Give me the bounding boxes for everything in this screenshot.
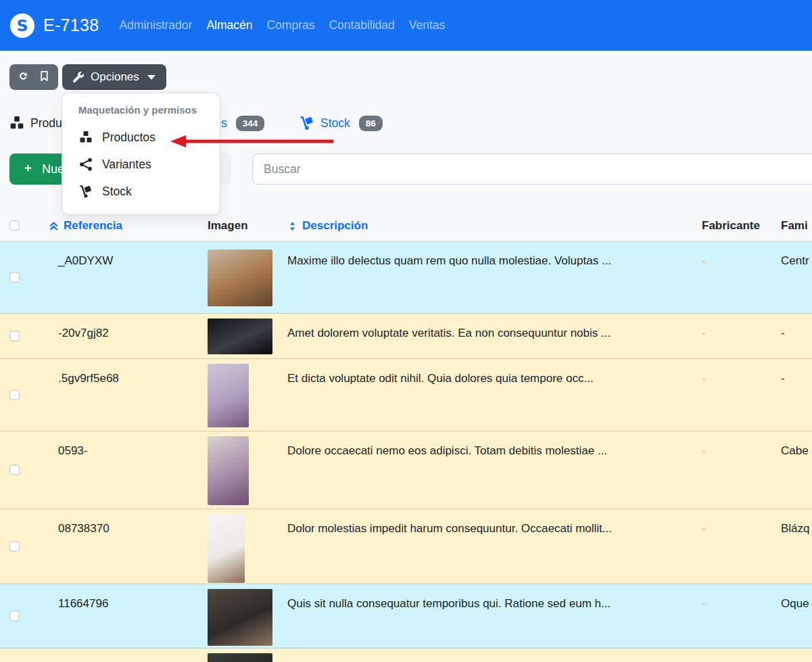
plus-icon — [23, 162, 33, 176]
row-checkbox[interactable] — [9, 331, 20, 341]
table-row[interactable]: 11664796 Quis sit nulla consequatur temp… — [0, 584, 812, 648]
row-checkbox[interactable] — [9, 273, 20, 283]
cell-description: Et dicta voluptate odit nihil. Quia dolo… — [287, 372, 594, 385]
cubes-icon — [78, 131, 93, 144]
app-title: E-7138 — [43, 16, 99, 35]
dark-photo — [208, 653, 272, 662]
cell-family: Blázq — [781, 522, 810, 536]
sort-icon — [287, 221, 297, 231]
cell-description: Dolore occaecati nemo eos adipisci. Tota… — [287, 444, 607, 458]
svg-text:S: S — [16, 16, 28, 35]
table-row[interactable]: 0593- Dolore occaecati nemo eos adipisci… — [0, 431, 812, 509]
menu-item-stock[interactable]: Stock — [62, 178, 220, 205]
cell-reference: 11664796 — [58, 597, 108, 611]
cell-family: Cabe — [781, 444, 809, 458]
cell-reference: 0593- — [58, 444, 87, 458]
nav-item-compras[interactable]: Compras — [266, 18, 314, 32]
table-row[interactable] — [0, 648, 812, 662]
caret-down-icon — [147, 75, 156, 80]
select-all-checkbox[interactable] — [9, 220, 20, 231]
cell-manufacturer: - — [702, 597, 706, 611]
cell-reference: _A0DYXW — [58, 254, 113, 268]
cell-reference: 08738370 — [58, 522, 110, 536]
laptop-photo — [208, 318, 272, 354]
cell-description: Dolor molestias impedit harum consequunt… — [287, 522, 612, 536]
cubes-icon — [9, 116, 24, 131]
table-row[interactable]: -20v7gj82 Amet dolorem voluptate veritat… — [0, 314, 812, 359]
table-row[interactable]: .5gv9rf5e68 Et dicta voluptate odit nihi… — [0, 359, 812, 431]
main-menu: AdministradorAlmacénComprasContabilidadV… — [119, 18, 459, 32]
cell-description: Maxime illo delectus quam rem quo nulla … — [287, 254, 611, 268]
share-nodes-icon — [78, 158, 93, 171]
dropdown-section-header: Maquetación y permisos — [62, 101, 220, 124]
cell-manufacturer: - — [702, 444, 706, 458]
cell-family: - — [781, 372, 785, 385]
options-button-label: Opciones — [91, 70, 139, 84]
row-checkbox[interactable] — [9, 542, 20, 552]
cell-manufacturer: - — [702, 372, 706, 385]
sky-photo — [208, 514, 245, 583]
tab-badge: 344 — [236, 116, 265, 131]
table-row[interactable]: 08738370 Dolor molestias impedit harum c… — [0, 509, 812, 584]
cell-reference: -20v7gj82 — [58, 327, 109, 340]
row-checkbox[interactable] — [9, 390, 20, 400]
row-checkbox[interactable] — [9, 465, 20, 475]
cell-reference: .5gv9rf5e68 — [58, 372, 119, 385]
coast-photo — [208, 364, 249, 427]
column-header-fabricante: Fabricante — [702, 210, 760, 241]
top-navbar: S E-7138 AdministradorAlmacénComprasCont… — [0, 0, 812, 51]
cell-family: Oque — [781, 597, 809, 611]
cell-manufacturer: - — [702, 254, 706, 268]
cell-description: Quis sit nulla consequatur temporibus qu… — [287, 597, 611, 611]
nav-item-ventas[interactable]: Ventas — [409, 18, 446, 32]
nav-item-administrador[interactable]: Administrador — [119, 18, 192, 32]
tab-badge: 86 — [359, 116, 383, 131]
row-checkbox[interactable] — [9, 611, 20, 621]
cell-family: Centr — [781, 254, 809, 268]
menu-item-productos[interactable]: Productos — [62, 124, 220, 151]
refresh-button[interactable] — [13, 64, 34, 90]
sort-ascending-icon — [49, 221, 59, 231]
search-input[interactable] — [252, 153, 812, 185]
options-button[interactable]: Opciones — [62, 64, 166, 90]
product-table-body: _A0DYXW Maxime illo delectus quam rem qu… — [0, 241, 812, 662]
dolly-icon — [300, 116, 314, 131]
tab-stock[interactable]: Stock 86 — [300, 110, 383, 136]
options-dropdown-menu: Maquetación y permisos Productos Variant… — [62, 92, 220, 215]
cell-manufacturer: - — [702, 522, 706, 536]
app-logo-icon: S — [9, 13, 35, 39]
bookmark-button[interactable] — [34, 64, 55, 90]
bookmark-icon — [39, 70, 50, 84]
nav-item-contabilidad[interactable]: Contabilidad — [329, 18, 394, 32]
wrench-icon — [73, 72, 84, 82]
toolbar-button-group — [9, 64, 58, 90]
coast-photo — [208, 436, 249, 505]
brand[interactable]: S E-7138 — [9, 13, 99, 39]
cell-manufacturer: - — [702, 327, 706, 340]
cell-family: - — [781, 327, 785, 340]
table-row[interactable]: _A0DYXW Maxime illo delectus quam rem qu… — [0, 241, 812, 314]
cell-description: Amet dolorem voluptate veritatis. Ea non… — [287, 327, 611, 340]
dolly-icon — [78, 185, 93, 198]
column-header-descripcion[interactable]: Descripción — [287, 210, 368, 241]
dog-photo — [208, 589, 272, 646]
column-header-familia: Fami — [781, 210, 808, 241]
desk-photo — [208, 250, 272, 306]
refresh-icon — [18, 70, 29, 84]
nav-item-almacén[interactable]: Almacén — [206, 18, 252, 32]
menu-item-variantes[interactable]: Variantes — [62, 151, 220, 178]
